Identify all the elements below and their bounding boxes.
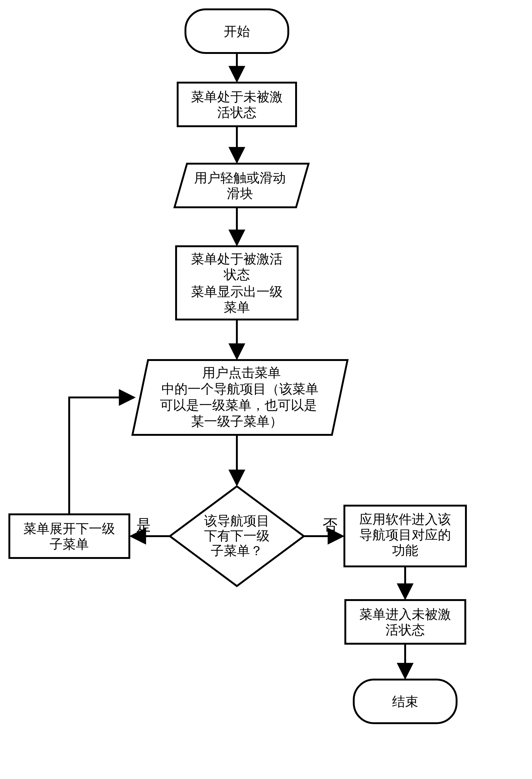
text-n3l2: 状态 (224, 267, 250, 282)
node-n6: 应用软件进入该 导航项目对应的 功能 (344, 505, 466, 566)
text-n3l1: 菜单处于被激活 (191, 252, 283, 266)
svg-marker-2 (175, 164, 308, 207)
text-n5l2: 子菜单 (50, 537, 89, 551)
text-n5l1: 菜单展开下一级 (23, 522, 115, 536)
svg-rect-6 (9, 514, 129, 558)
label-yes: 是 (136, 517, 151, 533)
node-n1: 菜单处于未被激 活状态 (178, 82, 296, 126)
text-end: 结束 (392, 695, 418, 709)
text-d1l1: 该导航项目 (204, 514, 270, 528)
text-n1l1: 菜单处于未被激 (191, 90, 283, 104)
node-start: 开始 (185, 9, 288, 53)
flowchart-diagram: 开始 菜单处于未被激 活状态 用户轻触或滑动 滑块 菜单处于被激活 状态 菜单显… (0, 0, 532, 779)
text-start: 开始 (224, 24, 250, 39)
node-n3: 菜单处于被激活 状态 菜单显示出一级 菜单 (176, 246, 298, 319)
text-n3l3: 菜单显示出一级 (191, 285, 283, 299)
text-n2l2: 滑块 (227, 186, 253, 201)
node-n7: 菜单进入未被激 活状态 (345, 600, 465, 644)
text-n4l3: 可以是一级菜单，也可以是 (160, 398, 317, 412)
text-d1l3: 子菜单？ (211, 544, 263, 558)
node-n2: 用户轻触或滑动 滑块 (175, 164, 308, 207)
node-end: 结束 (354, 679, 457, 723)
text-n6l3: 功能 (392, 543, 418, 558)
svg-rect-8 (345, 600, 465, 644)
label-no: 否 (322, 517, 338, 533)
svg-rect-1 (178, 82, 296, 126)
node-n4: 用户点击菜单 中的一个导航项目（该菜单 可以是一级菜单，也可以是 某一级子菜单） (132, 360, 348, 435)
text-n4l1: 用户点击菜单 (202, 366, 281, 380)
node-d1: 该导航项目 下有下一级 子菜单？ (170, 486, 304, 586)
text-n7l2: 活状态 (386, 623, 425, 637)
text-n6l2: 导航项目对应的 (359, 528, 451, 542)
node-n5: 菜单展开下一级 子菜单 (9, 514, 129, 558)
edge-n5-n4 (69, 398, 134, 514)
text-n3l4: 菜单 (224, 300, 250, 314)
text-n4l4: 某一级子菜单） (191, 414, 283, 429)
text-n2l1: 用户轻触或滑动 (194, 171, 286, 185)
text-n1l2: 活状态 (217, 105, 256, 120)
text-n7l1: 菜单进入未被激 (359, 607, 451, 621)
text-d1l2: 下有下一级 (204, 529, 270, 543)
text-n4l2: 中的一个导航项目（该菜单 (162, 382, 318, 396)
text-n6l1: 应用软件进入该 (359, 512, 451, 527)
